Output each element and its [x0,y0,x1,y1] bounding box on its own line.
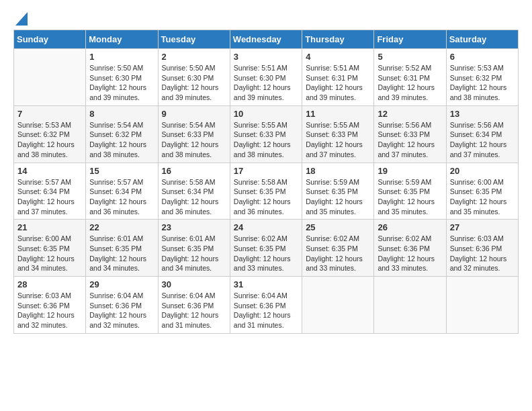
day-info: Sunrise: 6:02 AM Sunset: 6:35 PM Dayligh… [306,234,370,273]
day-number: 19 [378,166,442,176]
header-cell-sunday: Sunday [14,30,86,49]
week-row-1: 7Sunrise: 5:53 AM Sunset: 6:32 PM Daylig… [14,105,519,163]
day-number: 14 [17,166,82,176]
day-info: Sunrise: 5:50 AM Sunset: 6:30 PM Dayligh… [162,63,226,103]
day-cell: 22Sunrise: 6:01 AM Sunset: 6:35 PM Dayli… [86,220,158,277]
day-number: 24 [234,222,298,232]
day-cell: 11Sunrise: 5:55 AM Sunset: 6:33 PM Dayli… [302,105,374,163]
day-cell: 9Sunrise: 5:54 AM Sunset: 6:33 PM Daylig… [158,105,230,163]
day-number: 12 [378,109,442,119]
day-info: Sunrise: 6:01 AM Sunset: 6:35 PM Dayligh… [89,234,154,273]
day-info: Sunrise: 5:53 AM Sunset: 6:32 PM Dayligh… [450,63,515,103]
day-number: 8 [89,109,154,119]
header-cell-friday: Friday [374,30,446,49]
day-cell: 31Sunrise: 6:04 AM Sunset: 6:36 PM Dayli… [230,277,302,334]
day-cell: 15Sunrise: 5:57 AM Sunset: 6:34 PM Dayli… [86,163,158,220]
day-info: Sunrise: 6:04 AM Sunset: 6:36 PM Dayligh… [162,291,226,330]
day-cell: 18Sunrise: 5:59 AM Sunset: 6:35 PM Dayli… [302,163,374,220]
day-number: 29 [89,279,154,289]
day-number: 16 [162,166,226,176]
day-cell: 23Sunrise: 6:01 AM Sunset: 6:35 PM Dayli… [158,220,230,277]
day-cell [302,277,374,334]
day-info: Sunrise: 5:55 AM Sunset: 6:33 PM Dayligh… [306,120,370,160]
day-number: 31 [234,279,298,289]
day-cell: 8Sunrise: 5:54 AM Sunset: 6:32 PM Daylig… [86,105,158,163]
header-cell-monday: Monday [86,30,158,49]
day-number: 13 [450,109,515,119]
day-number: 18 [306,166,370,176]
day-cell: 7Sunrise: 5:53 AM Sunset: 6:32 PM Daylig… [14,105,86,163]
day-cell: 14Sunrise: 5:57 AM Sunset: 6:34 PM Dayli… [14,163,86,220]
day-number: 22 [89,222,154,232]
day-info: Sunrise: 5:51 AM Sunset: 6:30 PM Dayligh… [234,63,298,103]
day-info: Sunrise: 5:59 AM Sunset: 6:35 PM Dayligh… [306,177,370,217]
day-cell [446,277,518,334]
day-number: 9 [162,109,226,119]
day-number: 6 [450,52,515,62]
day-number: 28 [17,279,82,289]
week-row-0: 1Sunrise: 5:50 AM Sunset: 6:30 PM Daylig… [14,49,519,106]
day-number: 17 [234,166,298,176]
day-info: Sunrise: 6:02 AM Sunset: 6:36 PM Dayligh… [378,234,442,273]
day-cell: 21Sunrise: 6:00 AM Sunset: 6:35 PM Dayli… [14,220,86,277]
header-cell-saturday: Saturday [446,30,518,49]
day-number: 4 [306,52,370,62]
day-info: Sunrise: 5:53 AM Sunset: 6:32 PM Dayligh… [17,120,82,160]
day-cell: 19Sunrise: 5:59 AM Sunset: 6:35 PM Dayli… [374,163,446,220]
day-number: 30 [162,279,226,289]
day-cell: 2Sunrise: 5:50 AM Sunset: 6:30 PM Daylig… [158,49,230,106]
day-cell: 6Sunrise: 5:53 AM Sunset: 6:32 PM Daylig… [446,49,518,106]
day-info: Sunrise: 6:04 AM Sunset: 6:36 PM Dayligh… [89,291,154,330]
day-cell: 12Sunrise: 5:56 AM Sunset: 6:33 PM Dayli… [374,105,446,163]
day-cell: 10Sunrise: 5:55 AM Sunset: 6:33 PM Dayli… [230,105,302,163]
week-row-4: 28Sunrise: 6:03 AM Sunset: 6:36 PM Dayli… [14,277,519,334]
day-number: 5 [378,52,442,62]
week-row-3: 21Sunrise: 6:00 AM Sunset: 6:35 PM Dayli… [14,220,519,277]
day-info: Sunrise: 5:54 AM Sunset: 6:32 PM Dayligh… [89,120,154,160]
day-cell: 28Sunrise: 6:03 AM Sunset: 6:36 PM Dayli… [14,277,86,334]
day-cell: 27Sunrise: 6:03 AM Sunset: 6:36 PM Dayli… [446,220,518,277]
day-number: 11 [306,109,370,119]
day-cell [14,49,86,106]
day-number: 20 [450,166,515,176]
day-number: 1 [89,52,154,62]
day-number: 10 [234,109,298,119]
day-info: Sunrise: 5:59 AM Sunset: 6:35 PM Dayligh… [378,177,442,217]
day-number: 15 [89,166,154,176]
header-cell-tuesday: Tuesday [158,30,230,49]
day-number: 3 [234,52,298,62]
day-info: Sunrise: 5:57 AM Sunset: 6:34 PM Dayligh… [89,177,154,217]
day-cell: 16Sunrise: 5:58 AM Sunset: 6:34 PM Dayli… [158,163,230,220]
day-cell: 24Sunrise: 6:02 AM Sunset: 6:35 PM Dayli… [230,220,302,277]
page-header [13,13,519,23]
day-info: Sunrise: 5:58 AM Sunset: 6:35 PM Dayligh… [234,177,298,217]
calendar-body: 1Sunrise: 5:50 AM Sunset: 6:30 PM Daylig… [14,49,519,334]
day-info: Sunrise: 5:51 AM Sunset: 6:31 PM Dayligh… [306,63,370,103]
day-info: Sunrise: 6:02 AM Sunset: 6:35 PM Dayligh… [234,234,298,273]
week-row-2: 14Sunrise: 5:57 AM Sunset: 6:34 PM Dayli… [14,163,519,220]
day-info: Sunrise: 5:52 AM Sunset: 6:31 PM Dayligh… [378,63,442,103]
day-cell: 5Sunrise: 5:52 AM Sunset: 6:31 PM Daylig… [374,49,446,106]
day-number: 21 [17,222,82,232]
day-info: Sunrise: 6:04 AM Sunset: 6:36 PM Dayligh… [234,291,298,330]
header-row: SundayMondayTuesdayWednesdayThursdayFrid… [14,30,519,49]
calendar-header: SundayMondayTuesdayWednesdayThursdayFrid… [14,30,519,49]
header-cell-wednesday: Wednesday [230,30,302,49]
day-info: Sunrise: 6:00 AM Sunset: 6:35 PM Dayligh… [17,234,82,273]
day-cell: 3Sunrise: 5:51 AM Sunset: 6:30 PM Daylig… [230,49,302,106]
day-cell: 1Sunrise: 5:50 AM Sunset: 6:30 PM Daylig… [86,49,158,106]
day-cell: 13Sunrise: 5:56 AM Sunset: 6:34 PM Dayli… [446,105,518,163]
day-number: 27 [450,222,515,232]
calendar-table: SundayMondayTuesdayWednesdayThursdayFrid… [13,30,519,334]
header-cell-thursday: Thursday [302,30,374,49]
logo-triangle-icon [15,12,28,26]
day-info: Sunrise: 5:54 AM Sunset: 6:33 PM Dayligh… [162,120,226,160]
logo [13,13,28,23]
day-info: Sunrise: 6:03 AM Sunset: 6:36 PM Dayligh… [450,234,515,273]
day-number: 26 [378,222,442,232]
day-cell: 26Sunrise: 6:02 AM Sunset: 6:36 PM Dayli… [374,220,446,277]
day-cell [374,277,446,334]
svg-marker-0 [15,12,28,26]
day-cell: 4Sunrise: 5:51 AM Sunset: 6:31 PM Daylig… [302,49,374,106]
day-cell: 30Sunrise: 6:04 AM Sunset: 6:36 PM Dayli… [158,277,230,334]
